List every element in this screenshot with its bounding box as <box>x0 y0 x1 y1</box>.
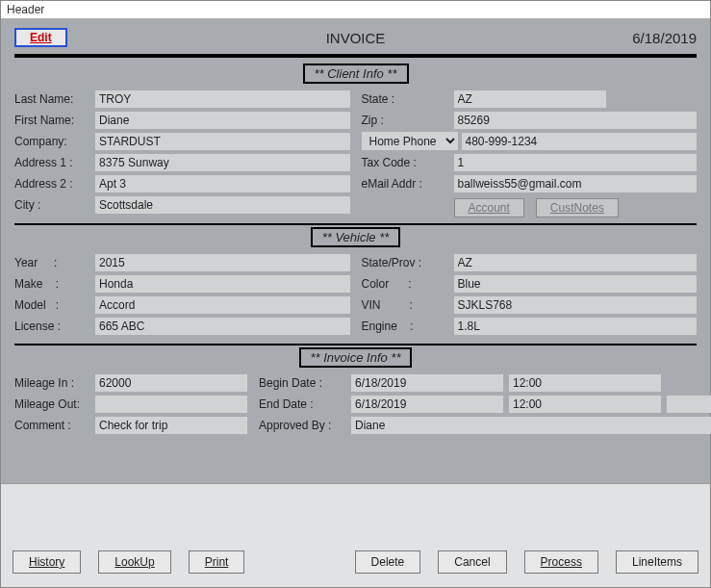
page-title: INVOICE <box>326 30 386 46</box>
custnotes-button[interactable]: CustNotes <box>536 198 619 217</box>
print-button[interactable]: Print <box>189 550 245 574</box>
divider <box>14 54 697 58</box>
zip-label: Zip : <box>362 114 454 127</box>
city-input[interactable] <box>95 196 350 214</box>
begin-time-input[interactable] <box>509 374 661 392</box>
divider <box>14 223 697 225</box>
invoice-columns: Mileage In : Mileage Out: Comment : Begi… <box>14 373 697 437</box>
model-input[interactable] <box>95 296 350 314</box>
client-buttons: Account CustNotes <box>454 198 698 217</box>
address1-input[interactable] <box>95 154 350 171</box>
account-button[interactable]: Account <box>454 198 524 217</box>
end-date-input[interactable] <box>351 396 503 413</box>
make-label: Make : <box>14 277 95 291</box>
section-header-row: ** Invoice Info ** <box>14 347 697 368</box>
address1-label: Address 1 : <box>14 156 95 169</box>
vehicle-left-col: Year : Make : Model : License : <box>14 253 350 338</box>
vehicle-header: ** Vehicle ** <box>311 227 401 247</box>
section-header-row: ** Vehicle ** <box>14 227 697 247</box>
comment-label: Comment : <box>14 419 95 432</box>
year-label: Year : <box>14 256 95 269</box>
zip-input[interactable] <box>454 112 698 129</box>
license-label: License : <box>14 320 95 333</box>
email-label: eMail Addr : <box>362 177 454 191</box>
color-label: Color : <box>362 277 454 291</box>
begin-date-label: Begin Date : <box>259 376 351 390</box>
city-label: City : <box>14 198 95 212</box>
invoice-window: Header Edit INVOICE 6/18/2019 ** Client … <box>0 0 711 588</box>
vstate-input[interactable] <box>454 254 698 271</box>
company-input[interactable] <box>95 133 350 150</box>
vin-input[interactable] <box>454 296 698 314</box>
client-right-col: State : Zip : Home Phone Tax Code : eMai… <box>362 89 698 217</box>
invoice-date: 6/18/2019 <box>632 30 697 46</box>
end-extra-input[interactable] <box>667 396 711 413</box>
vehicle-columns: Year : Make : Model : License : State/Pr… <box>14 253 697 338</box>
approved-by-input[interactable] <box>351 417 711 434</box>
edit-button[interactable]: Edit <box>14 28 67 47</box>
client-left-col: Last Name: First Name: Company: Address … <box>14 89 350 217</box>
mileage-in-input[interactable] <box>95 374 247 392</box>
make-input[interactable] <box>95 275 350 293</box>
client-info-header: ** Client Info ** <box>303 64 409 84</box>
invoice-info-header: ** Invoice Info ** <box>299 347 413 368</box>
license-input[interactable] <box>95 318 350 335</box>
approved-label: Approved By : <box>259 419 351 432</box>
phone-input[interactable] <box>462 133 698 150</box>
mileage-out-input[interactable] <box>95 396 247 413</box>
mileage-in-label: Mileage In : <box>14 376 95 390</box>
divider <box>14 344 697 345</box>
history-button[interactable]: History <box>13 550 81 574</box>
model-label: Model : <box>14 298 95 312</box>
invoice-left-col: Mileage In : Mileage Out: Comment : <box>14 373 247 437</box>
comment-input[interactable] <box>95 417 247 434</box>
lookup-button[interactable]: LookUp <box>98 550 170 574</box>
first-name-label: First Name: <box>14 114 95 127</box>
vin-label: VIN : <box>362 298 454 312</box>
taxcode-input[interactable] <box>454 154 698 171</box>
state-label: State : <box>362 92 454 106</box>
lineitems-button[interactable]: LineItems <box>616 550 698 574</box>
window-title: Header <box>1 1 710 19</box>
vehicle-right-col: State/Prov : Color : VIN : Engine : <box>362 253 698 338</box>
vstate-label: State/Prov : <box>362 256 454 269</box>
delete-button[interactable]: Delete <box>355 550 421 574</box>
process-button[interactable]: Process <box>524 550 598 574</box>
email-input[interactable] <box>454 175 698 192</box>
engine-label: Engine : <box>362 320 454 333</box>
mileage-out-label: Mileage Out: <box>14 397 95 411</box>
last-name-input[interactable] <box>95 90 350 108</box>
year-input[interactable] <box>95 254 350 271</box>
taxcode-label: Tax Code : <box>362 156 454 169</box>
phone-type-select[interactable]: Home Phone <box>362 132 458 150</box>
state-input[interactable] <box>454 90 606 108</box>
end-time-input[interactable] <box>509 396 661 413</box>
form-area: Edit INVOICE 6/18/2019 ** Client Info **… <box>1 19 710 483</box>
address2-label: Address 2 : <box>14 177 95 191</box>
footer-buttons: History LookUp Print Delete Cancel Proce… <box>1 483 710 587</box>
engine-input[interactable] <box>454 318 698 335</box>
invoice-right-col: Begin Date : End Date : Approved By : <box>259 373 711 437</box>
first-name-input[interactable] <box>95 112 350 129</box>
address2-input[interactable] <box>95 175 350 192</box>
begin-date-input[interactable] <box>351 374 503 392</box>
end-date-label: End Date : <box>259 397 351 411</box>
company-label: Company: <box>14 135 95 148</box>
client-columns: Last Name: First Name: Company: Address … <box>14 89 697 217</box>
section-header-row: ** Client Info ** <box>14 64 697 84</box>
color-input[interactable] <box>454 275 698 293</box>
cancel-button[interactable]: Cancel <box>438 550 506 574</box>
top-row: Edit INVOICE 6/18/2019 <box>14 25 697 50</box>
last-name-label: Last Name: <box>14 92 95 106</box>
